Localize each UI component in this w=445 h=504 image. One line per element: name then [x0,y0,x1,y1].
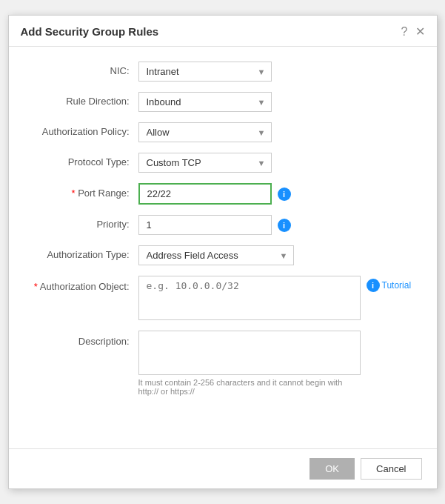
rule-direction-row: Rule Direction: Inbound Outbound ▼ [31,92,415,112]
priority-row: Priority: 1 i [31,215,415,235]
description-control: It must contain 2-256 characters and it … [138,331,415,396]
dialog: Add Security Group Rules ? ✕ NIC: Intran… [8,15,438,489]
authorization-object-row: Authorization Object: i Tutorial [31,276,415,320]
port-range-row: Port Range: 22/22 i [31,183,415,205]
authorization-policy-label: Authorization Policy: [31,125,138,139]
nic-label: NIC: [31,64,138,78]
port-range-label: Port Range: [31,187,138,200]
help-icon[interactable]: ? [401,25,408,39]
authorization-policy-select-wrapper: Allow Deny ▼ [138,122,272,142]
dialog-footer: OK Cancel [9,448,437,488]
ok-button[interactable]: OK [310,458,355,480]
rule-direction-select[interactable]: Inbound Outbound [138,92,272,112]
cancel-button[interactable]: Cancel [361,458,421,480]
rule-direction-control: Inbound Outbound ▼ [138,92,415,112]
authorization-object-label: Authorization Object: [31,276,138,294]
port-range-control: 22/22 i [138,183,415,205]
description-label: Description: [31,331,138,348]
nic-select[interactable]: Intranet Public [138,62,272,82]
authorization-type-row: Authorization Type: Address Field Access… [31,245,415,265]
authorization-type-control: Address Field Access Security Group ▼ [138,245,415,265]
nic-row: NIC: Intranet Public ▼ [31,62,415,82]
description-input[interactable] [138,331,361,375]
port-range-input[interactable]: 22/22 [138,183,272,205]
authorization-policy-control: Allow Deny ▼ [138,122,415,142]
description-hint: It must contain 2-256 characters and it … [138,378,361,396]
priority-label: Priority: [31,218,138,231]
authorization-policy-select[interactable]: Allow Deny [138,122,272,142]
close-icon[interactable]: ✕ [415,24,425,39]
authorization-type-select[interactable]: Address Field Access Security Group [138,245,294,265]
port-range-info-icon[interactable]: i [278,188,291,201]
header-icons: ? ✕ [401,24,425,39]
priority-control: 1 i [138,215,415,235]
rule-direction-label: Rule Direction: [31,95,138,108]
protocol-type-select-wrapper: Custom TCP All Custom UDP ICMP ▼ [138,153,272,173]
priority-info-icon[interactable]: i [278,219,291,232]
authorization-type-select-wrapper: Address Field Access Security Group ▼ [138,245,294,265]
authorization-policy-row: Authorization Policy: Allow Deny ▼ [31,122,415,142]
nic-select-wrapper: Intranet Public ▼ [138,62,272,82]
protocol-type-select[interactable]: Custom TCP All Custom UDP ICMP [138,153,272,173]
tutorial-link[interactable]: Tutorial [382,280,412,291]
description-row: Description: It must contain 2-256 chara… [31,331,415,396]
dialog-title: Add Security Group Rules [21,25,159,38]
authorization-object-info-icon[interactable]: i [367,279,380,292]
authorization-type-label: Authorization Type: [31,248,138,262]
protocol-type-row: Protocol Type: Custom TCP All Custom UDP… [31,153,415,173]
nic-control: Intranet Public ▼ [138,62,415,82]
authorization-object-control: i Tutorial [138,276,415,320]
protocol-type-label: Protocol Type: [31,156,138,169]
protocol-type-control: Custom TCP All Custom UDP ICMP ▼ [138,153,415,173]
rule-direction-select-wrapper: Inbound Outbound ▼ [138,92,272,112]
authorization-object-input[interactable] [138,276,361,320]
dialog-body: NIC: Intranet Public ▼ Rule Direction: I… [9,47,437,448]
dialog-header: Add Security Group Rules ? ✕ [9,16,437,47]
priority-input[interactable]: 1 [138,215,272,235]
